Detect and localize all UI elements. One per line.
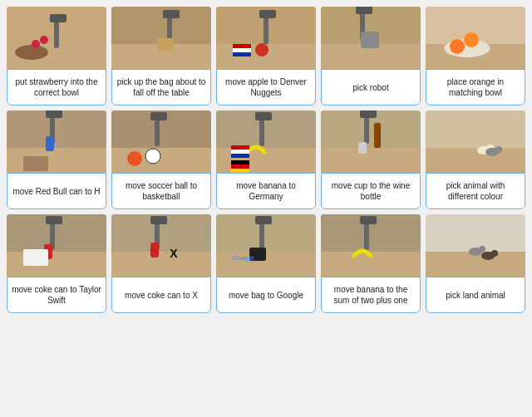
svg-rect-79 [255,216,272,224]
cell-image-r0c3 [321,7,421,69]
cell-image-r2c2: Google [216,214,316,277]
svg-rect-67 [46,216,62,224]
cell-image-r0c4 [426,7,525,69]
cell-label-r0c1: pick up the bag about to fall off the ta… [111,69,211,105]
cell-label-r1c4: pick animal with different colour [426,173,525,209]
cell-label-r0c2: move apple to Denver Nuggets [216,69,316,105]
svg-rect-35 [23,156,48,171]
cell-image-r2c1: X [111,214,211,277]
cell-image-r1c1 [111,110,211,173]
cell-image-r2c0 [7,214,106,277]
svg-point-40 [145,149,160,164]
cell-r0c3[interactable]: pick robot [321,7,421,105]
svg-rect-5 [54,19,59,48]
svg-point-2 [15,45,48,60]
cell-image-r0c0 [7,7,106,69]
svg-rect-24 [361,32,379,48]
svg-point-4 [40,36,48,44]
svg-point-41 [127,151,142,166]
svg-rect-46 [231,145,249,150]
svg-rect-84 [364,221,369,250]
svg-rect-71 [111,252,211,277]
svg-point-89 [479,246,485,253]
task-grid: put strawberry into the correct bowlpick… [7,7,525,313]
svg-rect-45 [255,112,272,120]
svg-point-16 [255,43,268,56]
svg-rect-14 [264,15,268,44]
cell-r1c3[interactable]: move cup to the wine bottle [321,110,421,209]
svg-rect-44 [259,117,264,146]
svg-rect-74 [150,243,159,258]
cell-label-r2c2: move bag to Google [216,277,316,313]
cell-image-r2c3 [321,214,421,277]
cell-image-r0c1 [111,7,211,69]
cell-image-r0c2 [216,7,316,69]
svg-rect-85 [360,216,377,224]
cell-label-r1c3: move cup to the wine bottle [321,173,421,209]
cell-label-r2c0: move coke can to Taylor Swift [7,277,106,313]
cell-r2c4[interactable]: pick land animal [426,214,525,313]
svg-rect-78 [259,221,264,250]
svg-rect-38 [155,117,160,146]
cell-r1c0[interactable]: move Red Bull can to H [7,110,106,209]
svg-rect-39 [150,112,167,120]
svg-point-3 [32,40,40,48]
cell-label-r1c1: move soccer ball to basketball [111,173,211,209]
cell-r0c4[interactable]: place orange in matching bowl [426,7,525,105]
svg-point-63 [495,146,502,153]
svg-point-28 [464,32,479,47]
cell-label-r0c3: pick robot [321,69,421,105]
svg-rect-18 [233,48,251,52]
svg-point-29 [450,39,465,54]
svg-rect-19 [233,52,251,56]
cell-label-r2c4: pick land animal [426,277,525,313]
svg-rect-65 [7,252,106,277]
svg-rect-50 [231,164,249,169]
cell-label-r2c1: move coke can to X [111,277,211,313]
cell-r2c2[interactable]: Googlemove bag to Google [216,214,316,313]
cell-r2c3[interactable]: move banana to the sum of two plus one [321,214,421,313]
cell-r0c1[interactable]: pick up the bag about to fall off the ta… [111,7,211,105]
svg-rect-73 [150,216,167,224]
svg-rect-59 [426,148,525,173]
cell-image-r1c3 [321,110,421,173]
cell-r2c1[interactable]: Xmove coke can to X [111,214,211,313]
cell-r0c2[interactable]: move apple to Denver Nuggets [216,7,316,105]
cell-image-r2c4 [426,214,525,277]
svg-text:X: X [170,247,178,260]
svg-rect-53 [321,148,421,173]
svg-rect-49 [231,160,249,164]
svg-rect-23 [356,7,372,14]
cell-image-r1c0 [7,110,106,173]
svg-rect-69 [23,249,48,266]
svg-rect-57 [374,123,381,148]
cell-r0c0[interactable]: put strawberry into the correct bowl [7,7,106,105]
svg-rect-37 [111,148,211,173]
cell-label-r1c2: move banana to Germany [216,173,316,209]
svg-rect-11 [157,38,174,52]
cell-label-r1c0: move Red Bull can to H [7,173,106,209]
cell-image-r1c2 [216,110,316,173]
svg-rect-55 [360,110,377,118]
cell-label-r2c3: move banana to the sum of two plus one [321,277,421,313]
svg-point-91 [491,250,498,257]
cell-image-r1c4 [426,110,525,173]
cell-r1c2[interactable]: move banana to Germany [216,110,316,209]
svg-rect-33 [46,110,62,118]
svg-rect-47 [231,150,249,154]
cell-r2c0[interactable]: move coke can to Taylor Swift [7,214,106,313]
svg-rect-10 [163,10,180,18]
cell-label-r0c0: put strawberry into the correct bowl [7,69,106,105]
svg-text:Google: Google [233,254,254,262]
svg-rect-6 [50,14,66,22]
svg-rect-31 [7,148,106,173]
cell-r1c4[interactable]: pick animal with different colour [426,110,525,209]
cell-r1c1[interactable]: move soccer ball to basketball [111,110,211,209]
svg-rect-54 [364,115,369,144]
svg-rect-15 [259,10,276,18]
svg-rect-17 [233,44,251,48]
svg-rect-34 [46,136,54,151]
cell-label-r0c4: place orange in matching bowl [426,69,525,105]
svg-rect-48 [231,154,249,158]
svg-rect-56 [358,142,367,154]
